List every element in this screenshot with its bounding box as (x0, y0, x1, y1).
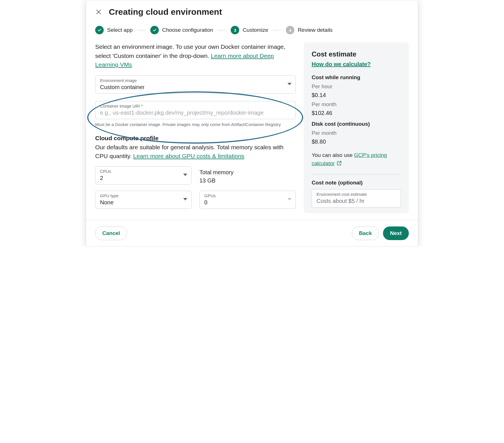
gpu-type-select[interactable]: GPU type None (95, 191, 191, 209)
step-label: Choose configuration (162, 27, 213, 33)
per-month-label: Per month (312, 101, 401, 108)
step-label: Review details (298, 27, 333, 33)
pricing-note: You can also use GCP's pricing calculato… (312, 151, 401, 167)
field-label: Environment image (100, 78, 283, 83)
external-link-icon (336, 160, 342, 166)
back-button[interactable]: Back (352, 226, 379, 240)
field-value: 2 (100, 175, 179, 181)
cost-running-head: Cost while running (312, 74, 401, 81)
dialog-footer: Cancel Back Next (86, 220, 418, 246)
field-label: GPU type (100, 193, 179, 198)
field-placeholder: e.g., us-east1-docker.pkg.dev/my_project… (100, 110, 291, 116)
step-review-details[interactable]: 4 Review details (286, 26, 333, 34)
gpus-select[interactable]: GPUs 0 (199, 191, 296, 209)
per-hour-label: Per hour (312, 83, 401, 90)
cost-estimate-panel: Cost estimate How do we calculate? Cost … (304, 42, 409, 213)
step-customize[interactable]: 3 Customize (231, 26, 268, 34)
step-number-badge: 4 (286, 26, 294, 34)
cpus-select[interactable]: CPUs 2 (95, 166, 191, 184)
chevron-down-icon (288, 82, 291, 87)
step-connector (218, 30, 226, 30)
step-connector (137, 30, 146, 30)
step-label: Customize (243, 27, 268, 33)
step-connector (273, 30, 281, 30)
stepper: Select app Choose configuration 3 Custom… (86, 19, 418, 42)
step-select-app[interactable]: Select app (95, 26, 133, 34)
how-calculate-link[interactable]: How do we calculate? (312, 61, 371, 68)
per-hour-value: $0.14 (312, 92, 401, 98)
uri-helper-text: Must be a Docker container image. Privat… (95, 121, 296, 127)
compute-heading: Cloud compute profile (95, 135, 296, 142)
dialog: Creating cloud environment Select app Ch… (86, 0, 418, 247)
learn-more-gpu-link[interactable]: Learn more about GPU costs & limitations (133, 153, 244, 159)
chevron-down-icon (183, 173, 187, 178)
step-number-badge: 3 (231, 26, 239, 34)
per-month-value: $102.46 (312, 110, 401, 116)
field-value: Costs about $5 / hr (316, 198, 396, 204)
total-memory: Total memory 13 GB (199, 166, 296, 184)
disk-cost-head: Disk cost (continuous) (312, 121, 401, 127)
cost-note-heading: Cost note (optional) (312, 180, 401, 186)
cost-note-input[interactable]: Environment cost estimate Costs about $5… (312, 189, 401, 207)
container-image-uri-input[interactable]: Container image URI * e.g., us-east1-doc… (95, 101, 296, 119)
step-label: Select app (107, 27, 133, 33)
main-column: Select an environment image. To use your… (95, 42, 296, 209)
dialog-header: Creating cloud environment (86, 0, 418, 19)
field-label: CPUs (100, 169, 179, 174)
page-title: Creating cloud environment (109, 7, 222, 17)
compute-subtext: Our defaults are suitable for general an… (95, 143, 296, 161)
close-icon[interactable] (95, 9, 102, 15)
intro-text: Select an environment image. To use your… (95, 42, 296, 69)
field-value: Custom container (100, 84, 283, 91)
pricing-note-text: You can also use (312, 152, 354, 158)
environment-image-select[interactable]: Environment image Custom container (95, 75, 296, 94)
field-label: Environment cost estimate (316, 192, 396, 197)
check-icon (150, 26, 159, 34)
step-choose-configuration[interactable]: Choose configuration (150, 26, 213, 34)
field-value: 0 (204, 199, 283, 206)
cancel-button[interactable]: Cancel (95, 226, 127, 240)
next-button[interactable]: Next (383, 226, 409, 240)
metric-label: Total memory (199, 169, 296, 176)
field-label: GPUs (204, 193, 283, 198)
field-label: Container image URI * (100, 104, 291, 108)
chevron-down-icon (183, 197, 187, 202)
field-value: None (100, 199, 179, 206)
chevron-down-icon (288, 197, 291, 202)
disk-per-month-value: $8.80 (312, 138, 401, 145)
cost-title: Cost estimate (312, 50, 401, 58)
disk-per-month-label: Per month (312, 130, 401, 136)
check-icon (95, 26, 104, 34)
divider (312, 174, 401, 175)
metric-value: 13 GB (199, 177, 296, 184)
